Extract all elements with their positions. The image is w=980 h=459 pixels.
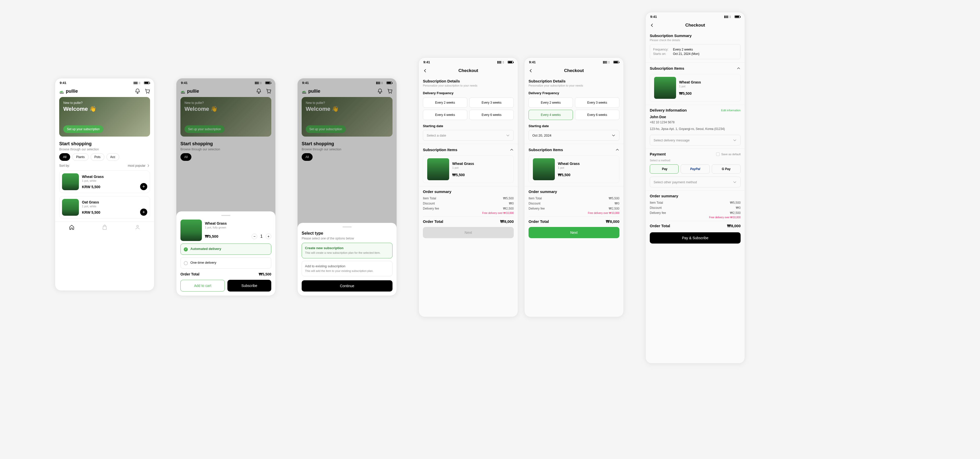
add-to-cart-icon[interactable]: + xyxy=(140,183,147,190)
item-image xyxy=(533,158,555,180)
item-price: ₩5,500 xyxy=(558,173,580,177)
discount-label: Discount xyxy=(528,202,541,205)
item-meta: 1 pot xyxy=(452,166,474,169)
starts-on-key: Starts on: xyxy=(653,52,671,56)
tab-home[interactable] xyxy=(69,225,75,230)
product-card[interactable]: Wheat Grass 1 pot, white KRW 5,500 + xyxy=(59,171,150,193)
radio-unselected-icon xyxy=(184,261,188,265)
chevron-up-icon xyxy=(510,148,514,152)
page-title: Checkout xyxy=(564,68,584,73)
notifications-icon[interactable] xyxy=(135,88,140,94)
item-name: Wheat Grass xyxy=(679,80,701,84)
decrease-button[interactable]: − xyxy=(251,234,257,239)
back-button[interactable] xyxy=(650,23,654,27)
product-meta: 1 pot, white xyxy=(82,205,147,208)
product-image xyxy=(62,173,79,190)
apple-pay-button[interactable]: Pay xyxy=(650,164,679,174)
setup-subscription-button[interactable]: Set up your subscription xyxy=(63,125,103,133)
sort-value: most popular xyxy=(128,164,145,167)
option-onetime-delivery[interactable]: One-time delivery xyxy=(180,257,271,269)
bag-icon xyxy=(102,225,107,230)
signal-icon xyxy=(724,16,729,18)
section-title: Subscription Items xyxy=(650,66,684,70)
paypal-button[interactable]: PayPal xyxy=(681,164,710,174)
order-total-label: Order Total xyxy=(650,224,670,228)
chevron-down-icon xyxy=(611,133,616,137)
cart-icon[interactable] xyxy=(145,88,150,94)
back-button[interactable] xyxy=(423,69,428,73)
section-title: Subscription Items xyxy=(528,148,563,152)
freq-2-weeks[interactable]: Every 2 weeks xyxy=(528,97,573,108)
freq-3-weeks[interactable]: Every 3 weeks xyxy=(575,97,619,108)
subscription-items-header[interactable]: Subscription Items xyxy=(525,144,624,155)
status-time: 9:41 xyxy=(529,60,536,64)
status-bar: 9:41 􀙇 xyxy=(646,12,745,20)
status-time: 9:41 xyxy=(423,60,430,64)
delivery-label: Delivery fee xyxy=(423,207,439,210)
next-button[interactable]: Next xyxy=(528,227,619,238)
screen-checkout-1: 9:41 􀙇 Checkout Subscription Details Per… xyxy=(418,57,518,317)
freq-3-weeks[interactable]: Every 3 weeks xyxy=(469,97,514,108)
category-chip-acc[interactable]: Acc xyxy=(107,153,119,161)
freq-6-weeks[interactable]: Every 6 weeks xyxy=(469,110,514,120)
sheet-title: Select type xyxy=(302,231,393,236)
brand[interactable]: pullie xyxy=(59,89,78,94)
gpay-button[interactable]: G Pay xyxy=(712,164,741,174)
option-create-subscription[interactable]: Create new subscription This will create… xyxy=(302,243,393,258)
continue-button[interactable]: Continue xyxy=(302,280,393,292)
section-title: Payment xyxy=(650,152,666,156)
category-chip-pots[interactable]: Pots xyxy=(91,153,104,161)
delivery-message-value: Select delivery message xyxy=(654,139,690,142)
tab-orders[interactable] xyxy=(102,225,107,230)
delivery-message-select[interactable]: Select delivery message xyxy=(650,135,741,145)
category-chip-plants[interactable]: Plants xyxy=(72,153,88,161)
item-total-value: ₩5,500 xyxy=(609,196,619,200)
shop-heading: Start shopping xyxy=(59,141,150,147)
subscription-items-header[interactable]: Subscription Items xyxy=(646,62,745,74)
screen-checkout-final: 9:41 􀙇 Checkout Subscription Summary Ple… xyxy=(646,12,745,363)
sheet-grabber[interactable] xyxy=(221,215,231,216)
delivery-value: ₩2,500 xyxy=(609,207,619,210)
sheet-grabber[interactable] xyxy=(342,226,352,228)
product-card[interactable]: Oat Grass 1 pot, white KRW 5,500 + xyxy=(59,196,150,218)
discount-label: Discount xyxy=(423,202,435,205)
chevron-right-icon xyxy=(146,164,150,167)
other-payment-select[interactable]: Select other payment method xyxy=(650,177,741,187)
discount-value: ₩0 xyxy=(509,202,514,205)
section-subtitle: Personalize your subscription to your ne… xyxy=(528,84,619,87)
add-to-cart-icon[interactable]: + xyxy=(140,209,147,216)
tab-profile[interactable] xyxy=(135,225,140,230)
order-total-value: ₩8,000 xyxy=(727,224,741,228)
category-chip-all[interactable]: All xyxy=(59,153,70,161)
start-date-select[interactable]: Select a date xyxy=(423,130,514,141)
item-price: ₩5,500 xyxy=(452,173,474,177)
subscription-items-header[interactable]: Subscription Items xyxy=(419,144,518,155)
order-total-value: ₩8,000 xyxy=(606,219,619,224)
freq-4-weeks[interactable]: Every 4 weeks xyxy=(423,110,467,120)
apple-pay-label: Pay xyxy=(662,167,667,171)
item-image xyxy=(654,77,676,99)
sort-row[interactable]: Sort by: most popular xyxy=(55,161,154,171)
chevron-left-icon xyxy=(528,69,533,73)
edit-info-link[interactable]: Edit information xyxy=(721,109,741,112)
subscribe-button[interactable]: Subscribe xyxy=(228,280,271,292)
recipient-phone: +82 10 1234 5678 xyxy=(650,121,741,124)
increase-button[interactable]: + xyxy=(266,234,271,239)
freq-6-weeks[interactable]: Every 6 weeks xyxy=(575,110,619,120)
option-description: This will create a new subscription plan… xyxy=(305,251,380,255)
back-button[interactable] xyxy=(528,69,533,73)
pay-subscribe-button[interactable]: Pay & Subscribe xyxy=(650,232,741,244)
freq-4-weeks[interactable]: Every 4 weeks xyxy=(528,110,573,120)
add-to-cart-button[interactable]: Add to cart xyxy=(180,280,225,292)
subscription-item: Wheat Grass 1 pot ₩5,500 xyxy=(423,155,514,183)
item-name: Wheat Grass xyxy=(558,162,580,166)
start-date-select[interactable]: Oct 20, 2024 xyxy=(528,130,619,141)
status-bar: 9:41 􀙇 xyxy=(55,78,154,86)
save-default-checkbox[interactable] xyxy=(716,152,720,156)
freq-2-weeks[interactable]: Every 2 weeks xyxy=(423,97,467,108)
option-label: Create new subscription xyxy=(305,246,380,250)
item-total-value: ₩5,500 xyxy=(503,196,514,200)
option-add-existing-subscription[interactable]: Add to existing subscription This will a… xyxy=(302,261,393,276)
option-automated-delivery[interactable]: Automated delivery xyxy=(180,244,271,255)
hero-title: Welcome 👋 xyxy=(63,106,146,112)
